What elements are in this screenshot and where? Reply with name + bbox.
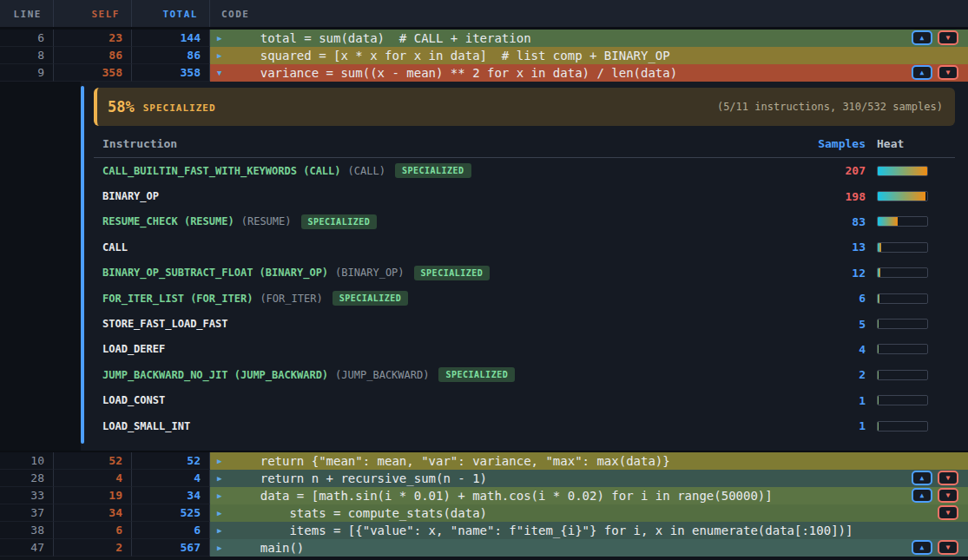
- jump-next-button[interactable]: ▼: [938, 488, 958, 503]
- column-header-self[interactable]: SELF: [54, 0, 132, 27]
- instruction-name-cell: CALL_BUILTIN_FAST_WITH_KEYWORDS (CALL) (…: [94, 163, 805, 178]
- heat-bar: [877, 191, 928, 201]
- instruction-name-cell: RESUME_CHECK (RESUME) (RESUME) SPECIALIZ…: [94, 214, 805, 229]
- instruction-row: LOAD_CONST 1: [94, 388, 955, 413]
- code-cell[interactable]: ▶ stats = compute_stats(data) ▼: [210, 504, 968, 522]
- instruction-name: BINARY_OP: [102, 190, 159, 202]
- code-cell[interactable]: ▶ return n + recursive_sum(n - 1) ▲▼: [210, 470, 968, 487]
- heat-bar-fill: [878, 167, 927, 175]
- instruction-samples: 1: [805, 419, 866, 432]
- instruction-base-opcode: (BINARY_OP): [335, 267, 404, 279]
- code-cell[interactable]: ▶ return {"mean": mean, "var": variance,…: [210, 452, 968, 470]
- heat-bar: [877, 319, 928, 329]
- instruction-name: CALL: [102, 241, 128, 254]
- total-sample-count: 34: [132, 487, 210, 504]
- jump-prev-button[interactable]: ▲: [912, 488, 932, 503]
- line-number: 33: [0, 487, 54, 504]
- specialized-label: SPECIALIZED: [143, 102, 216, 114]
- total-sample-count: 358: [132, 64, 210, 82]
- code-text: total = sum(data) # CALL + iteration: [231, 31, 531, 45]
- code-text: items = [{"value": x, "name": f"item_{i}…: [231, 524, 853, 537]
- row-buttons: ▼: [938, 505, 958, 520]
- instruction-row: JUMP_BACKWARD_NO_JIT (JUMP_BACKWARD) (JU…: [94, 362, 955, 387]
- instruction-base-opcode: (JUMP_BACKWARD): [335, 369, 429, 381]
- jump-next-button[interactable]: ▼: [938, 65, 958, 80]
- heat-bar-fill: [878, 345, 879, 353]
- line-number: 6: [0, 30, 54, 47]
- self-sample-count: 23: [54, 30, 132, 47]
- total-sample-count: 52: [132, 452, 210, 470]
- line-number: 10: [0, 452, 54, 470]
- triangle-right-icon[interactable]: ▶: [217, 544, 231, 552]
- code-cell[interactable]: ▶ squared = [x * x for x in data] # list…: [210, 47, 968, 64]
- self-sample-count: 19: [54, 487, 132, 504]
- instruction-samples: 4: [805, 343, 866, 356]
- triangle-right-icon[interactable]: ▶: [217, 34, 231, 43]
- total-sample-count: 86: [132, 47, 210, 64]
- instruction-name: FOR_ITER_LIST (FOR_ITER): [102, 293, 253, 305]
- jump-next-button[interactable]: ▼: [938, 471, 958, 485]
- instruction-row: FOR_ITER_LIST (FOR_ITER) (FOR_ITER) SPEC…: [94, 286, 955, 311]
- heat-bar-fill: [878, 422, 879, 431]
- code-cell[interactable]: ▼ variance = sum((x - mean) ** 2 for x i…: [210, 64, 968, 82]
- instruction-table-header: Instruction Samples Heat: [94, 134, 955, 158]
- triangle-right-icon[interactable]: ▶: [217, 474, 231, 483]
- column-header-line[interactable]: LINE: [0, 0, 54, 27]
- line-number: 38: [0, 522, 54, 539]
- self-sample-count: 358: [54, 64, 132, 82]
- heat-bar: [877, 216, 928, 227]
- header-samples[interactable]: Samples: [805, 137, 866, 150]
- heat-bar: [877, 267, 928, 278]
- instruction-name: LOAD_SMALL_INT: [102, 420, 190, 432]
- instruction-detail-panel: 58% SPECIALIZED (5/11 instructions, 310/…: [0, 82, 968, 451]
- jump-next-button[interactable]: ▼: [938, 505, 958, 520]
- code-line-row: 8 86 86 ▶ squared = [x * x for x in data…: [0, 47, 968, 64]
- specialized-badge: SPECIALIZED: [301, 214, 378, 229]
- instruction-name: RESUME_CHECK (RESUME): [102, 215, 234, 227]
- code-line-row: 33 19 34 ▶ data = [math.sin(i * 0.01) + …: [0, 487, 968, 504]
- heat-bar-fill: [878, 192, 925, 201]
- column-header-total[interactable]: TOTAL: [132, 0, 210, 27]
- code-line-row: 9 358 358 ▼ variance = sum((x - mean) **…: [0, 64, 968, 82]
- instruction-name: LOAD_CONST: [102, 394, 165, 406]
- code-cell[interactable]: ▶ items = [{"value": x, "name": f"item_{…: [210, 522, 968, 539]
- triangle-right-icon[interactable]: ▶: [217, 526, 231, 535]
- jump-prev-button[interactable]: ▲: [912, 30, 932, 45]
- row-buttons: ▲▼: [912, 540, 958, 555]
- triangle-right-icon[interactable]: ▶: [217, 457, 231, 465]
- profiler-window: LINE SELF TOTAL CODE 6 23 144 ▶ total = …: [0, 0, 968, 560]
- code-cell[interactable]: ▶ total = sum(data) # CALL + iteration ▲…: [210, 30, 968, 47]
- triangle-right-icon[interactable]: ▶: [217, 509, 231, 517]
- instruction-name: CALL_BUILTIN_FAST_WITH_KEYWORDS (CALL): [102, 165, 341, 177]
- code-cell[interactable]: ▶ main() ▲▼: [210, 539, 968, 557]
- instruction-base-opcode: (FOR_ITER): [260, 293, 322, 305]
- row-buttons: ▲▼: [912, 30, 958, 45]
- code-text: return n + recursive_sum(n - 1): [231, 471, 487, 485]
- specialized-badge: SPECIALIZED: [414, 266, 491, 280]
- instruction-name-cell: JUMP_BACKWARD_NO_JIT (JUMP_BACKWARD) (JU…: [94, 367, 805, 382]
- heat-bar-fill: [878, 217, 898, 226]
- code-text: variance = sum((x - mean) ** 2 for x in …: [231, 66, 677, 80]
- triangle-right-icon[interactable]: ▶: [217, 491, 231, 500]
- specialized-badge: SPECIALIZED: [438, 367, 515, 382]
- jump-prev-button[interactable]: ▲: [912, 540, 932, 555]
- heat-bar-fill: [878, 320, 879, 328]
- triangle-right-icon[interactable]: ▶: [217, 51, 231, 60]
- jump-next-button[interactable]: ▼: [938, 540, 958, 555]
- instruction-name: JUMP_BACKWARD_NO_JIT (JUMP_BACKWARD): [102, 369, 328, 381]
- code-text: stats = compute_stats(data): [231, 506, 487, 520]
- triangle-down-icon[interactable]: ▼: [217, 69, 231, 77]
- jump-prev-button[interactable]: ▲: [912, 471, 932, 485]
- jump-next-button[interactable]: ▼: [938, 30, 958, 45]
- instruction-row: CALL_BUILTIN_FAST_WITH_KEYWORDS (CALL) (…: [94, 158, 955, 183]
- instruction-samples: 1: [805, 394, 866, 407]
- heat-bar-fill: [878, 243, 881, 252]
- self-sample-count: 86: [54, 47, 132, 64]
- total-sample-count: 567: [132, 539, 210, 557]
- jump-prev-button[interactable]: ▲: [912, 65, 932, 80]
- heat-bar: [877, 293, 928, 304]
- instruction-samples: 198: [805, 190, 866, 203]
- panel-left-gutter: [0, 82, 81, 451]
- line-number: 8: [0, 47, 54, 64]
- code-cell[interactable]: ▶ data = [math.sin(i * 0.01) + math.cos(…: [210, 487, 968, 504]
